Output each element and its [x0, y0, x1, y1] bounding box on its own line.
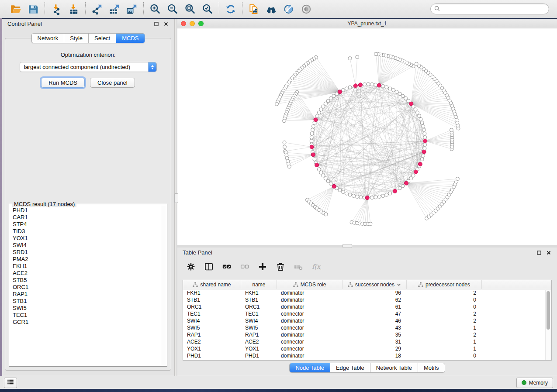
ring-node[interactable] — [422, 128, 426, 132]
table-row-SWI5[interactable]: SWI5SWI5connector431 — [183, 324, 551, 331]
mcds-result-list[interactable]: PHD1CAR1STP4TID3YOX1SWI4SRD1PMA2FKH1ACE2… — [13, 207, 160, 364]
ring-node[interactable] — [322, 105, 325, 108]
ring-node[interactable] — [395, 90, 398, 93]
ring-node[interactable] — [422, 124, 425, 128]
ring-node[interactable] — [311, 128, 315, 132]
ring-node[interactable] — [348, 193, 352, 196]
ring-node[interactable] — [374, 83, 377, 86]
ring-node[interactable] — [388, 87, 392, 90]
ring-node[interactable] — [374, 196, 377, 199]
result-list-scrollbar[interactable] — [161, 206, 166, 365]
ring-node[interactable] — [423, 136, 427, 139]
show-graphics-details-button[interactable] — [300, 3, 313, 16]
table-row-ACE2[interactable]: ACE2ACE2connector311 — [183, 338, 551, 345]
search-input[interactable] — [442, 6, 545, 12]
ring-node[interactable] — [385, 86, 388, 89]
ring-node[interactable] — [416, 111, 419, 114]
column-header-MCDS-role[interactable]: MCDS role — [277, 280, 343, 289]
ring-node[interactable] — [310, 139, 313, 143]
tab-network-table[interactable]: Network Table — [370, 363, 418, 372]
leaf-node[interactable] — [456, 177, 459, 181]
select-all-rows-button[interactable] — [222, 262, 232, 272]
leaf-node[interactable] — [283, 119, 286, 123]
network-from-file-button[interactable] — [247, 3, 260, 16]
close-panel-button[interactable]: Close panel — [90, 78, 135, 88]
leaf-node[interactable] — [348, 57, 352, 60]
table-row-RAP1[interactable]: RAP1RAP1dominator352 — [183, 331, 551, 338]
ring-node[interactable] — [310, 136, 313, 139]
run-mcds-button[interactable]: Run MCDS — [41, 78, 85, 88]
leaf-node[interactable] — [369, 222, 372, 226]
ring-node[interactable] — [332, 94, 336, 98]
zoom-selected-button[interactable] — [201, 3, 214, 16]
deselect-all-rows-button[interactable] — [240, 262, 249, 272]
task-history-button[interactable] — [4, 378, 17, 388]
leaf-node[interactable] — [374, 52, 377, 56]
table-row-STB1[interactable]: STB1STB1dominator620 — [183, 296, 551, 303]
table-row-PHD1[interactable]: PHD1PHD1dominator180 — [183, 352, 551, 359]
mcds-node[interactable] — [418, 162, 422, 166]
table-scrollbar[interactable] — [545, 290, 551, 360]
tab-network[interactable]: Network — [31, 34, 64, 43]
leaf-node[interactable] — [356, 55, 359, 59]
ring-node[interactable] — [412, 174, 415, 177]
tab-mcds[interactable]: MCDS — [116, 34, 144, 43]
ring-node[interactable] — [423, 132, 426, 135]
leaf-node[interactable] — [287, 165, 291, 168]
mcds-node[interactable] — [405, 181, 408, 185]
export-network-button[interactable] — [90, 3, 104, 16]
ring-node[interactable] — [324, 102, 327, 105]
ring-node[interactable] — [377, 195, 381, 199]
ring-node[interactable] — [392, 88, 395, 92]
leaf-node[interactable] — [324, 213, 328, 216]
table-row-YOX1[interactable]: YOX1YOX1connector291 — [183, 345, 551, 352]
import-network-button[interactable] — [50, 3, 63, 16]
add-column-button[interactable] — [258, 262, 267, 272]
table-row-SWI4[interactable]: SWI4SWI4dominator462 — [183, 317, 551, 324]
ring-node[interactable] — [418, 114, 421, 118]
mcds-node[interactable] — [422, 150, 426, 154]
table-row-FKH1[interactable]: FKH1FKH1dominator962 — [183, 289, 551, 296]
vertical-splitter-handle[interactable] — [174, 193, 178, 203]
ring-node[interactable] — [319, 171, 323, 174]
ring-node[interactable] — [352, 194, 355, 198]
ring-node[interactable] — [359, 196, 363, 199]
mcds-node[interactable] — [423, 139, 427, 143]
column-header-shared-name[interactable]: shared name — [183, 280, 241, 289]
ring-node[interactable] — [319, 108, 323, 111]
leaf-node[interactable] — [283, 141, 286, 144]
ring-node[interactable] — [420, 158, 424, 161]
zoom-fit-button[interactable] — [183, 3, 197, 16]
leaf-node[interactable] — [415, 62, 418, 66]
column-header-successor-nodes[interactable]: successor nodes — [343, 280, 407, 289]
mcds-node[interactable] — [315, 163, 319, 167]
zoom-in-button[interactable] — [149, 3, 162, 16]
ring-node[interactable] — [381, 194, 385, 198]
table-scrollbar-thumb[interactable] — [547, 291, 550, 330]
ring-node[interactable] — [313, 158, 316, 161]
ring-node[interactable] — [329, 182, 332, 186]
ring-node[interactable] — [414, 108, 417, 111]
criterion-dropdown[interactable]: largest connected component (undirected) — [20, 62, 157, 72]
tab-style[interactable]: Style — [64, 34, 89, 43]
ring-node[interactable] — [367, 83, 370, 86]
search-network-button[interactable] — [265, 3, 278, 16]
ring-node[interactable] — [385, 193, 388, 196]
ring-node[interactable] — [317, 111, 321, 114]
mcds-node[interactable] — [311, 153, 315, 157]
mcds-node[interactable] — [332, 184, 336, 188]
tab-edge-table[interactable]: Edge Table — [330, 363, 370, 372]
ring-node[interactable] — [326, 99, 330, 103]
column-layout-button[interactable] — [204, 262, 214, 272]
ring-node[interactable] — [342, 190, 345, 194]
float-panel-icon[interactable] — [153, 21, 159, 27]
ring-node[interactable] — [420, 121, 424, 124]
ring-node[interactable] — [398, 186, 401, 190]
hide-graphics-details-button[interactable] — [282, 3, 295, 16]
mcds-node[interactable] — [358, 83, 362, 87]
mcds-node[interactable] — [414, 170, 418, 174]
leaf-node[interactable] — [275, 102, 279, 106]
network-canvas[interactable] — [177, 28, 557, 244]
ring-node[interactable] — [407, 99, 410, 103]
table-row-ORC1[interactable]: ORC1ORC1dominator610 — [183, 303, 551, 310]
